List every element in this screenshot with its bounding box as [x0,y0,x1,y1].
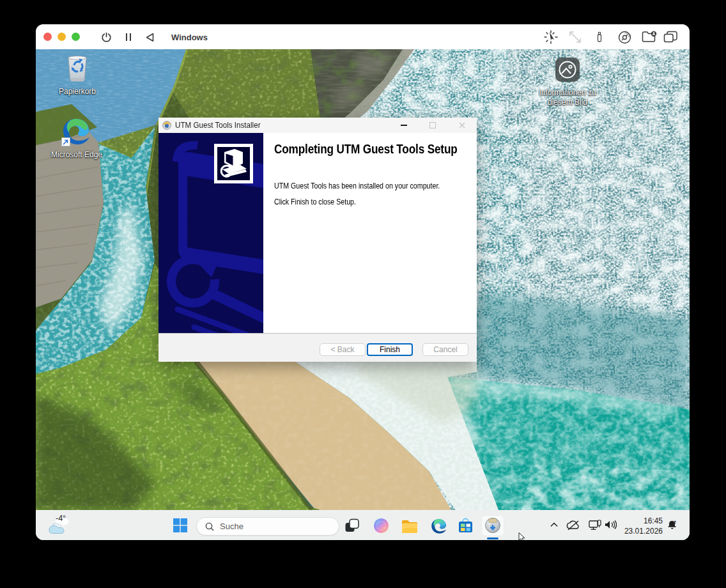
svg-text:z: z [674,520,676,525]
